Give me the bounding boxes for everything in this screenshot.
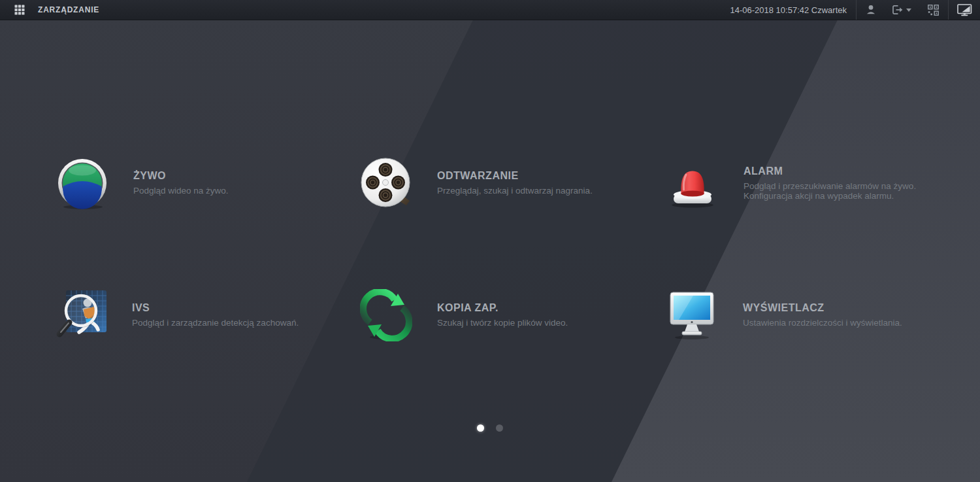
menu-item-desc: Podgląd i przeszukiwanie alarmów na żywo… — [743, 181, 916, 192]
topbar: ZARZĄDZANIE 14-06-2018 10:57:42 Czwartek — [0, 0, 980, 20]
playback-icon — [360, 157, 412, 209]
management-screen: ZARZĄDZANIE 14-06-2018 10:57:42 Czwartek — [0, 0, 980, 482]
background — [0, 0, 980, 482]
alarm-icon — [666, 157, 719, 209]
menu-item-live[interactable]: ŻYWO Podgląd wideo na żywo. — [56, 156, 229, 211]
backup-icon — [360, 289, 412, 341]
menu-item-title: KOPIA ZAP. — [437, 302, 568, 314]
menu-item-title: WYŚWIETLACZ — [743, 302, 902, 314]
menu-item-title: IVS — [132, 302, 299, 314]
menu-item-desc: Szukaj i twórz kopie plików video. — [437, 318, 568, 328]
display-mode-icon[interactable] — [949, 0, 980, 20]
menu-item-title: ŻYWO — [133, 170, 229, 182]
pagination — [477, 424, 503, 432]
menu-item-desc: Przeglądaj, szukaj i odtwarzaj nagrania. — [437, 186, 593, 196]
apps-grid-icon[interactable] — [10, 0, 29, 20]
menu-item-desc: Podgląd i zarządzanie detekcją zachowań. — [132, 318, 299, 328]
menu-item-ivs[interactable]: IVS Podgląd i zarządzanie detekcją zacho… — [55, 288, 299, 343]
logout-icon[interactable] — [885, 0, 918, 20]
page-title: ZARZĄDZANIE — [38, 5, 99, 14]
menu-item-backup[interactable]: KOPIA ZAP. Szukaj i twórz kopie plików v… — [360, 288, 568, 343]
menu-item-display[interactable]: WYŚWIETLACZ Ustawienia rozdzielczości i … — [666, 288, 902, 343]
live-icon — [56, 157, 108, 209]
user-icon[interactable] — [857, 0, 885, 20]
page-dot-1[interactable] — [477, 424, 484, 432]
caret-down-icon — [906, 9, 911, 12]
menu-item-desc: Ustawienia rozdzielczości i wyświetlania… — [743, 318, 902, 328]
ivs-icon — [55, 289, 111, 341]
menu-item-playback[interactable]: ODTWARZANIE Przeglądaj, szukaj i odtwarz… — [360, 156, 593, 211]
menu-item-alarm[interactable]: ALARM Podgląd i przeszukiwanie alarmów n… — [666, 156, 916, 211]
menu-item-title: ALARM — [743, 165, 916, 177]
menu-item-desc2: Konfiguracja akcji na wypadek alarmu. — [743, 191, 916, 201]
display-icon — [666, 289, 718, 341]
menu-item-desc: Podgląd wideo na żywo. — [133, 186, 229, 196]
qr-code-icon[interactable] — [918, 0, 948, 20]
datetime-display: 14-06-2018 10:57:42 Czwartek — [730, 5, 847, 15]
page-dot-2[interactable] — [496, 424, 503, 432]
menu-item-title: ODTWARZANIE — [437, 170, 593, 182]
